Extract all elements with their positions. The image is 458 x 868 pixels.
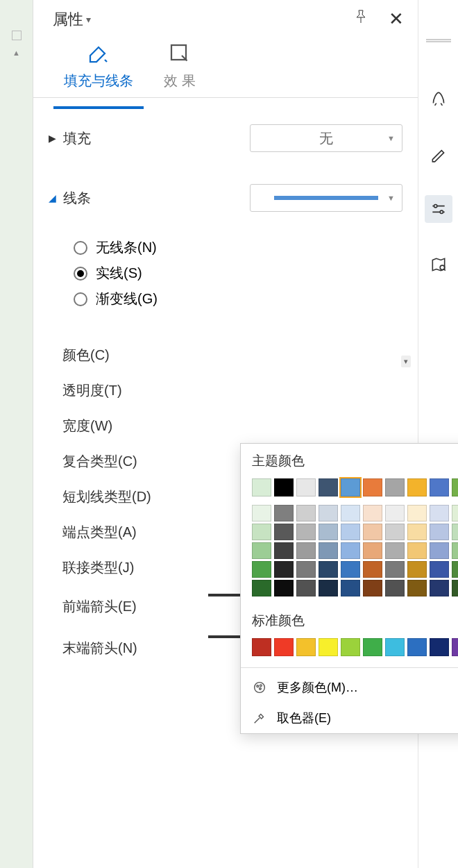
close-icon[interactable]: ✕ <box>389 8 404 30</box>
color-swatch[interactable] <box>452 561 458 578</box>
color-swatch[interactable] <box>274 638 294 656</box>
color-swatch[interactable] <box>296 524 316 540</box>
color-swatch[interactable] <box>296 580 316 596</box>
color-swatch[interactable] <box>296 542 316 559</box>
color-swatch[interactable] <box>296 505 316 521</box>
color-swatch[interactable] <box>341 561 360 578</box>
color-swatch[interactable] <box>363 638 382 656</box>
color-swatch[interactable] <box>385 478 405 496</box>
color-swatch[interactable] <box>385 542 405 559</box>
color-swatch[interactable] <box>363 580 382 596</box>
section-line[interactable]: ◢ 线条 <box>49 189 91 208</box>
panel-title[interactable]: 属性 ▾ <box>53 9 91 30</box>
color-swatch[interactable] <box>341 505 360 521</box>
color-swatch[interactable] <box>252 542 271 559</box>
color-swatch[interactable] <box>363 524 382 540</box>
color-swatch[interactable] <box>430 561 449 578</box>
pin-icon[interactable] <box>353 8 369 30</box>
radio-icon <box>74 267 87 281</box>
radio-solid-line[interactable]: 实线(S) <box>74 264 402 283</box>
color-swatch[interactable] <box>407 580 427 596</box>
line-style-select[interactable]: ▼ <box>250 184 402 212</box>
color-swatch[interactable] <box>452 478 458 496</box>
color-swatch[interactable] <box>407 505 427 521</box>
color-swatch[interactable] <box>274 542 294 559</box>
fill-select[interactable]: 无 ▼ <box>250 124 402 152</box>
color-swatch[interactable] <box>385 505 405 521</box>
color-swatch[interactable] <box>319 561 338 578</box>
color-swatch[interactable] <box>385 524 405 540</box>
eyedropper-button[interactable]: 取色器(E) <box>241 703 458 733</box>
color-swatch[interactable] <box>319 505 338 521</box>
color-swatch[interactable] <box>430 524 449 540</box>
color-swatch[interactable] <box>319 580 338 596</box>
color-swatch[interactable] <box>274 505 294 521</box>
rocket-button[interactable] <box>425 84 452 112</box>
color-swatch[interactable] <box>319 542 338 559</box>
color-swatch[interactable] <box>363 542 382 559</box>
color-swatch[interactable] <box>252 580 271 596</box>
color-swatch[interactable] <box>363 561 382 578</box>
color-swatch[interactable] <box>274 580 294 596</box>
line-type-radios: 无线条(N) 实线(S) 渐变线(G) <box>49 226 402 321</box>
tab-fill-line[interactable]: 填充与线条 <box>64 41 133 97</box>
color-swatch[interactable] <box>252 478 271 496</box>
color-swatch[interactable] <box>385 561 405 578</box>
color-swatch[interactable] <box>252 524 271 540</box>
color-swatch[interactable] <box>407 542 427 559</box>
color-swatch[interactable] <box>319 638 338 656</box>
scroll-up-icon[interactable]: ▲ <box>12 49 20 57</box>
tab-label: 效 果 <box>164 72 196 90</box>
color-swatch[interactable] <box>430 638 449 656</box>
color-swatch[interactable] <box>274 478 294 496</box>
color-swatch[interactable] <box>407 561 427 578</box>
color-swatch[interactable] <box>252 505 271 521</box>
color-swatch[interactable] <box>407 478 427 496</box>
color-swatch[interactable] <box>430 580 449 596</box>
label-begin-arrow: 前端箭头(E) <box>62 597 187 616</box>
radio-gradient-line[interactable]: 渐变线(G) <box>74 290 402 308</box>
color-swatch[interactable] <box>296 561 316 578</box>
pen-button[interactable] <box>425 140 452 167</box>
color-swatch[interactable] <box>296 638 316 656</box>
color-swatch[interactable] <box>274 561 294 578</box>
color-swatch[interactable] <box>385 580 405 596</box>
color-swatch[interactable] <box>430 542 449 559</box>
color-swatch[interactable] <box>341 638 360 656</box>
color-swatch[interactable] <box>319 524 338 540</box>
color-swatch[interactable] <box>274 524 294 540</box>
label-width: 宽度(W) <box>62 417 187 435</box>
color-swatch[interactable] <box>341 580 360 596</box>
color-swatch[interactable] <box>341 524 360 540</box>
color-swatch[interactable] <box>430 505 449 521</box>
section-fill[interactable]: ▶ 填充 <box>49 129 91 148</box>
color-swatch[interactable] <box>452 505 458 521</box>
tab-effects[interactable]: 效 果 <box>164 41 196 97</box>
radio-no-line[interactable]: 无线条(N) <box>74 238 402 257</box>
color-swatch[interactable] <box>452 542 458 559</box>
color-swatch[interactable] <box>452 580 458 596</box>
color-swatch[interactable] <box>296 478 316 496</box>
color-swatch[interactable] <box>363 478 382 496</box>
color-swatch[interactable] <box>452 638 458 656</box>
radio-icon <box>74 292 87 306</box>
color-swatch[interactable] <box>319 478 338 496</box>
color-swatch[interactable] <box>452 524 458 540</box>
color-swatch[interactable] <box>252 638 271 656</box>
map-search-button[interactable] <box>425 251 452 278</box>
settings-sliders-button[interactable] <box>425 195 452 223</box>
color-swatch[interactable] <box>363 505 382 521</box>
color-swatch[interactable] <box>430 478 449 496</box>
drag-handle-icon[interactable] <box>426 39 451 42</box>
color-swatch[interactable] <box>407 524 427 540</box>
color-swatch[interactable] <box>385 638 405 656</box>
radio-label: 实线(S) <box>96 264 142 283</box>
color-swatch[interactable] <box>252 561 271 578</box>
color-swatch[interactable] <box>341 478 360 496</box>
color-swatch[interactable] <box>407 638 427 656</box>
more-colors-button[interactable]: 更多颜色(M)… <box>241 672 458 703</box>
radio-label: 无线条(N) <box>96 238 157 257</box>
triangle-right-icon: ▶ <box>49 133 56 144</box>
panel-title-text: 属性 <box>53 9 83 30</box>
color-swatch[interactable] <box>341 542 360 559</box>
